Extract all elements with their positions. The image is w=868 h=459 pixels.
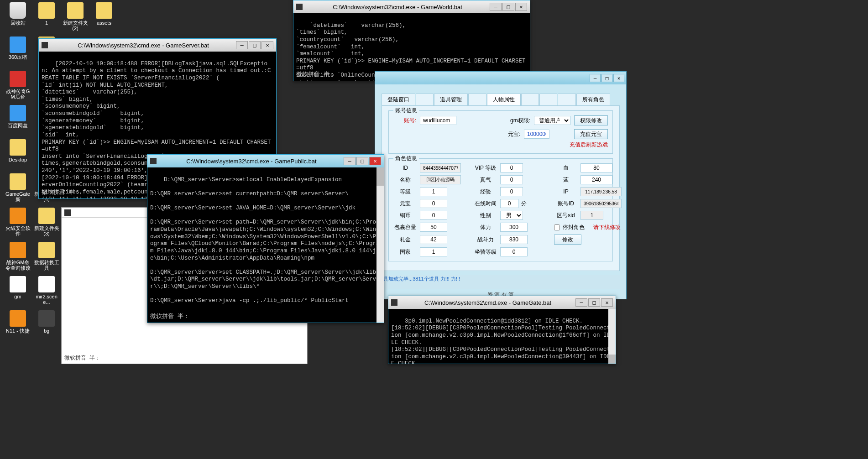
folder-icon xyxy=(38,276,55,292)
maximize-button[interactable]: □ xyxy=(249,41,261,49)
coin-field[interactable] xyxy=(420,211,447,220)
blood-field[interactable] xyxy=(580,163,612,172)
folder-icon xyxy=(96,2,112,19)
desktop-icon[interactable]: 战神GM命令查询修改 xyxy=(5,242,31,274)
tab-item[interactable]: 登陆窗口 xyxy=(382,94,415,105)
desktop-icon[interactable]: 火绒安全软件 xyxy=(5,208,31,240)
desktop-icon[interactable]: assets xyxy=(91,2,117,34)
tab-item[interactable] xyxy=(521,94,539,105)
desktop-icon[interactable]: Desktop xyxy=(5,139,31,171)
account-label: 账号: xyxy=(393,117,416,125)
minimize-button[interactable]: — xyxy=(236,41,248,49)
window-title: C:\Windows\system32\cmd.exe - GamePublic… xyxy=(159,158,344,165)
exp-field[interactable] xyxy=(500,187,523,196)
folder-icon xyxy=(67,2,84,19)
titlebar[interactable]: C:\Windows\system32\cmd.exe - GamePublic… xyxy=(147,155,384,167)
account-input[interactable] xyxy=(420,116,456,125)
sid-field xyxy=(580,211,603,220)
desktop-icon[interactable]: 新建文件夹(3) xyxy=(33,208,60,240)
tab-item[interactable]: 所有角色 xyxy=(576,94,610,105)
tab-item[interactable] xyxy=(558,94,575,105)
yb-field[interactable] xyxy=(420,199,447,208)
icon-label: N11 - 快捷 xyxy=(6,328,30,334)
window-title: C:\Windows\system32\cmd.exe - GameServer… xyxy=(51,42,236,49)
tab-item[interactable] xyxy=(539,94,557,105)
bag-field[interactable] xyxy=(420,223,447,232)
maximize-button[interactable]: □ xyxy=(588,298,600,307)
tabs: 登陆窗口 道具管理 人物属性 所有角色 xyxy=(382,94,620,105)
cmd-window-gamegate[interactable]: C:\Windows\system32\cmd.exe - GameGate.b… xyxy=(388,296,616,364)
desktop-icon[interactable]: gm xyxy=(5,276,31,308)
edit-button[interactable]: 修改 xyxy=(554,235,581,245)
gift-field[interactable] xyxy=(420,235,447,244)
scrollbar[interactable] xyxy=(376,167,384,323)
titlebar[interactable]: C:\Windows\system32\cmd.exe - GameGate.b… xyxy=(388,296,616,309)
window-title: C:\Windows\system32\cmd.exe - GameGate.b… xyxy=(400,299,575,306)
maximize-button[interactable]: □ xyxy=(601,74,612,82)
tab-item[interactable]: 人物属性 xyxy=(487,94,521,105)
folder-icon xyxy=(10,71,26,87)
folder-icon xyxy=(10,276,26,292)
perm-edit-button[interactable]: 权限修改 xyxy=(574,115,608,125)
titlebar[interactable]: C:\Windows\system32\cmd.exe - GameServer… xyxy=(39,39,276,52)
close-button[interactable]: ✕ xyxy=(369,157,381,165)
titlebar[interactable]: — □ ✕ xyxy=(375,72,626,84)
desktop-icon[interactable]: bg xyxy=(33,310,60,342)
minimize-button[interactable]: — xyxy=(575,298,587,307)
tab-item[interactable] xyxy=(416,94,434,105)
close-button[interactable]: ✕ xyxy=(515,3,527,11)
yuanbao-input[interactable] xyxy=(524,130,549,139)
maximize-button[interactable]: □ xyxy=(356,157,368,165)
desktop-icon[interactable]: GameGate新 xyxy=(5,173,31,205)
power-field[interactable] xyxy=(500,235,528,244)
zhenqi-field[interactable] xyxy=(500,175,523,184)
icon-label: 战神GM命令查询修改 xyxy=(5,260,31,271)
recharge-button[interactable]: 充值元宝 xyxy=(574,129,608,139)
close-button[interactable]: ✕ xyxy=(613,74,624,82)
cmd-window-gameworld[interactable]: C:\Windows\system32\cmd.exe - GameWorld.… xyxy=(293,0,530,81)
perm-label: gm权限: xyxy=(510,117,530,125)
desktop-icon[interactable]: 新建文件夹(2) xyxy=(62,2,89,34)
minimize-button[interactable]: — xyxy=(490,3,502,11)
online-field[interactable] xyxy=(500,199,518,208)
desktop-icon[interactable]: 360压缩 xyxy=(5,37,31,68)
cmd-icon xyxy=(391,299,397,306)
icon-label: 百度网盘 xyxy=(8,123,28,128)
minimize-button[interactable]: — xyxy=(344,157,356,165)
country-field[interactable] xyxy=(420,247,447,256)
maximize-button[interactable]: □ xyxy=(502,3,514,11)
window-title: C:\Windows\system32\cmd.exe - GameWorld.… xyxy=(305,4,490,10)
level-field[interactable] xyxy=(420,187,447,196)
desktop-icon[interactable]: 回收站 xyxy=(5,2,31,34)
desktop-icon[interactable]: 1 xyxy=(33,2,60,34)
desktop-icon[interactable]: 百度网盘 xyxy=(5,105,31,137)
tili-field[interactable] xyxy=(500,223,528,232)
ime-status: 微软拼音 半： xyxy=(64,354,100,362)
mount-field[interactable] xyxy=(500,247,528,256)
titlebar[interactable]: C:\Windows\system32\cmd.exe - GameWorld.… xyxy=(293,0,530,13)
blue-field[interactable] xyxy=(580,175,612,184)
desktop-icon[interactable]: 数据转换工具 xyxy=(33,242,60,274)
cmd-icon xyxy=(42,42,48,48)
desktop-icon[interactable]: N11 - 快捷 xyxy=(5,310,31,342)
close-button[interactable]: ✕ xyxy=(261,41,273,49)
icon-label: assets xyxy=(97,20,111,26)
tab-item[interactable]: 道具管理 xyxy=(434,94,468,105)
cmd-window-gamepublic[interactable]: C:\Windows\system32\cmd.exe - GamePublic… xyxy=(147,154,384,323)
vip-field[interactable] xyxy=(500,163,523,172)
icon-label: mir2.scene... xyxy=(33,294,60,305)
desktop-icon[interactable]: 战神传奇GM后台 xyxy=(5,71,31,103)
sex-select[interactable]: 男 xyxy=(500,211,523,220)
icon-label: 1 xyxy=(45,20,48,26)
folder-icon xyxy=(10,208,26,224)
stop-role-checkbox[interactable] xyxy=(554,224,560,230)
scrollbar[interactable] xyxy=(608,309,616,364)
gm-tool-window[interactable]: — □ ✕ 登陆窗口 道具管理 人物属性 所有角色 账号信息 账号: gm权限:… xyxy=(375,71,627,299)
perm-select[interactable]: 普通用户 xyxy=(534,116,570,125)
tab-item[interactable] xyxy=(468,94,486,105)
desktop-icon[interactable]: mir2.scene... xyxy=(33,276,60,308)
close-button[interactable]: ✕ xyxy=(601,298,613,307)
ip-field xyxy=(580,187,622,196)
icon-label: 火绒安全软件 xyxy=(5,225,31,236)
minimize-button[interactable]: — xyxy=(590,74,601,82)
